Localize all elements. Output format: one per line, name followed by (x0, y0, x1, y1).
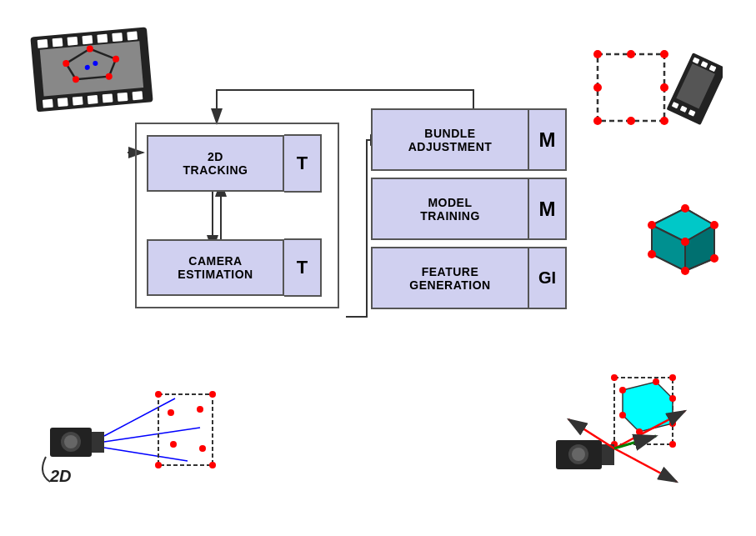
svg-point-71 (168, 409, 174, 416)
svg-point-78 (619, 387, 626, 393)
svg-text:2D: 2D (49, 467, 72, 485)
svg-point-58 (681, 238, 689, 246)
model-row: MODEL TRAINING M (371, 178, 567, 240)
main-diagram: 2D 2D TRACKING (0, 0, 756, 536)
svg-rect-20 (118, 93, 128, 102)
svg-point-54 (710, 221, 718, 229)
svg-point-56 (681, 267, 689, 275)
svg-rect-12 (97, 34, 108, 43)
bundle-label: M (529, 108, 567, 171)
model-label: M (529, 178, 567, 240)
filmstrip-icon (17, 15, 175, 123)
svg-line-94 (614, 448, 677, 482)
svg-point-67 (155, 391, 162, 398)
svg-rect-13 (112, 33, 123, 42)
svg-rect-9 (53, 38, 63, 47)
svg-point-37 (627, 117, 635, 125)
svg-rect-16 (58, 98, 68, 107)
svg-point-91 (572, 448, 585, 461)
bundle-box: BUNDLE ADJUSTMENT (371, 108, 529, 171)
feature-box: FEATURE GENERATION (371, 247, 529, 309)
svg-rect-11 (82, 35, 93, 44)
tracking-label: T (284, 134, 322, 193)
right-column: BUNDLE ADJUSTMENT M MODEL TRAINING M FEA… (371, 108, 567, 309)
tracking-row: 2D TRACKING T (147, 134, 328, 193)
svg-point-36 (627, 50, 635, 58)
svg-rect-60 (92, 432, 104, 453)
camera-box: CAMERA ESTIMATION (147, 239, 284, 296)
bundle-row: BUNDLE ADJUSTMENT M (371, 108, 567, 171)
left-column-container: 2D TRACKING T CAMERA ESTIMATION T (135, 123, 339, 308)
svg-point-69 (155, 462, 162, 468)
bottom-left-camera: 2D (42, 353, 225, 494)
svg-rect-17 (73, 97, 83, 106)
svg-rect-19 (103, 93, 113, 103)
feature-row: FEATURE GENERATION GI (371, 247, 567, 309)
svg-rect-21 (133, 91, 143, 100)
tracking-box: 2D TRACKING (147, 135, 284, 192)
camera-row: CAMERA ESTIMATION T (147, 238, 328, 297)
feature-label: GI (529, 247, 567, 309)
svg-point-81 (669, 420, 676, 427)
svg-rect-18 (88, 95, 98, 104)
svg-point-74 (199, 445, 206, 452)
svg-point-73 (170, 441, 177, 448)
svg-point-87 (669, 441, 676, 448)
svg-rect-14 (127, 32, 138, 41)
svg-point-84 (611, 374, 618, 381)
svg-marker-77 (623, 382, 673, 432)
svg-point-32 (593, 50, 602, 58)
svg-point-70 (209, 462, 216, 468)
svg-line-63 (104, 398, 175, 436)
svg-point-33 (660, 50, 668, 58)
svg-rect-8 (38, 39, 48, 48)
svg-line-65 (104, 448, 188, 461)
svg-rect-15 (43, 99, 53, 108)
model-box: MODEL TRAINING (371, 178, 529, 240)
top-right-decoration (589, 42, 723, 142)
camera-label: T (284, 238, 322, 297)
svg-point-72 (197, 406, 203, 413)
svg-point-52 (648, 221, 656, 229)
bottom-right-camera (548, 353, 739, 511)
svg-point-38 (593, 83, 602, 92)
svg-point-83 (619, 412, 626, 418)
svg-line-64 (104, 428, 200, 442)
svg-point-39 (660, 83, 668, 92)
svg-point-35 (660, 117, 668, 125)
svg-point-68 (209, 391, 216, 398)
svg-point-55 (710, 254, 718, 263)
svg-rect-31 (598, 54, 664, 121)
svg-rect-10 (68, 37, 78, 46)
svg-point-85 (669, 374, 676, 381)
svg-point-34 (593, 117, 602, 125)
svg-point-80 (669, 395, 676, 402)
cube-decoration (635, 196, 727, 288)
svg-point-79 (653, 378, 659, 385)
svg-point-57 (648, 250, 656, 258)
svg-point-53 (681, 204, 689, 213)
svg-point-62 (64, 435, 78, 448)
